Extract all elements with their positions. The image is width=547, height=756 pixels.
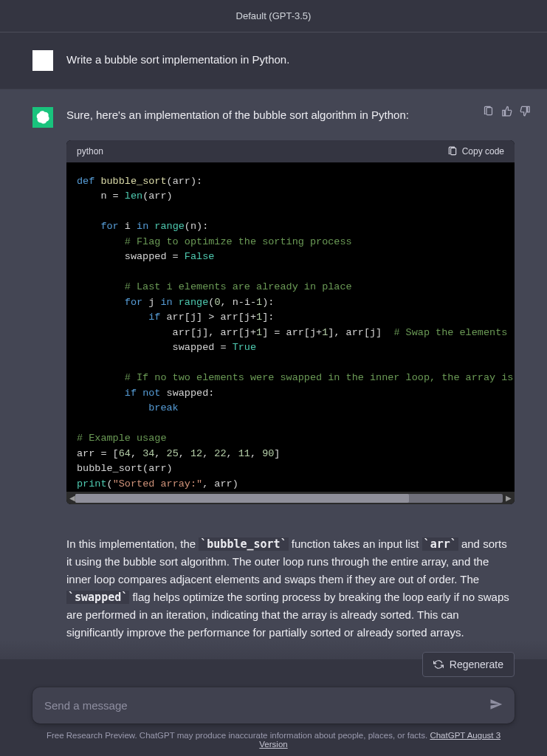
code-block: python Copy code def bubble_sort(arr): n… (66, 140, 515, 505)
assistant-avatar (32, 107, 53, 128)
copy-code-button[interactable]: Copy code (447, 146, 504, 157)
assistant-message-row: Sure, here's an implementation of the bu… (0, 89, 547, 659)
refresh-icon (433, 659, 444, 670)
assistant-explanation: In this implementation, the `bubble_sort… (66, 535, 515, 642)
send-button[interactable] (489, 698, 503, 713)
scrollbar-track[interactable] (75, 494, 503, 503)
regenerate-button[interactable]: Regenerate (422, 652, 515, 677)
code-body[interactable]: def bubble_sort(arr): n = len(arr) for i… (66, 162, 515, 492)
message-input[interactable] (44, 699, 489, 712)
disclaimer-text: Free Research Preview. ChatGPT may produ… (32, 731, 515, 749)
scroll-left-arrow[interactable]: ◀ (69, 494, 75, 502)
clipboard-icon (447, 146, 458, 157)
bottom-panel: Regenerate Free Research Preview. ChatGP… (0, 640, 547, 756)
send-icon (489, 698, 503, 711)
svg-rect-1 (450, 148, 455, 154)
copy-code-label: Copy code (462, 146, 504, 157)
thumbs-down-icon[interactable] (520, 106, 531, 119)
clipboard-icon[interactable] (483, 106, 494, 119)
user-message-text: Write a bubble sort implementation in Py… (66, 50, 289, 71)
inline-code: `arr` (422, 537, 458, 551)
horizontal-scrollbar[interactable]: ◀ ▶ (66, 492, 515, 504)
scroll-right-arrow[interactable]: ▶ (506, 494, 512, 502)
message-input-bar[interactable] (32, 687, 515, 724)
user-message-row: Write a bubble sort implementation in Py… (0, 32, 547, 89)
code-content: def bubble_sort(arr): n = len(arr) for i… (77, 174, 515, 492)
openai-logo-icon (36, 111, 49, 124)
assistant-intro-text: Sure, here's an implementation of the bu… (66, 107, 515, 124)
model-name: Default (GPT-3.5) (236, 10, 312, 21)
code-language-label: python (77, 146, 103, 157)
inline-code: `bubble_sort` (199, 537, 288, 551)
model-header: Default (GPT-3.5) (0, 0, 547, 32)
user-avatar (32, 50, 53, 71)
inline-code: `swapped` (66, 591, 129, 604)
svg-rect-0 (486, 108, 492, 115)
regenerate-label: Regenerate (450, 659, 503, 670)
thumbs-up-icon[interactable] (501, 106, 512, 119)
